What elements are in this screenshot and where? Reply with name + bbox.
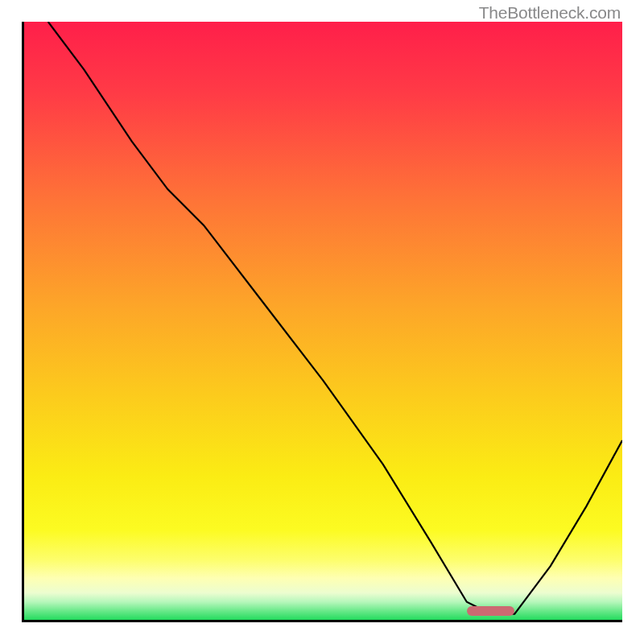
plot-area xyxy=(22,22,622,622)
gradient-background xyxy=(24,22,622,620)
watermark-text: TheBottleneck.com xyxy=(479,3,621,23)
svg-rect-0 xyxy=(24,22,622,620)
optimal-marker xyxy=(467,606,514,616)
chart-container: TheBottleneck.com xyxy=(0,0,644,644)
